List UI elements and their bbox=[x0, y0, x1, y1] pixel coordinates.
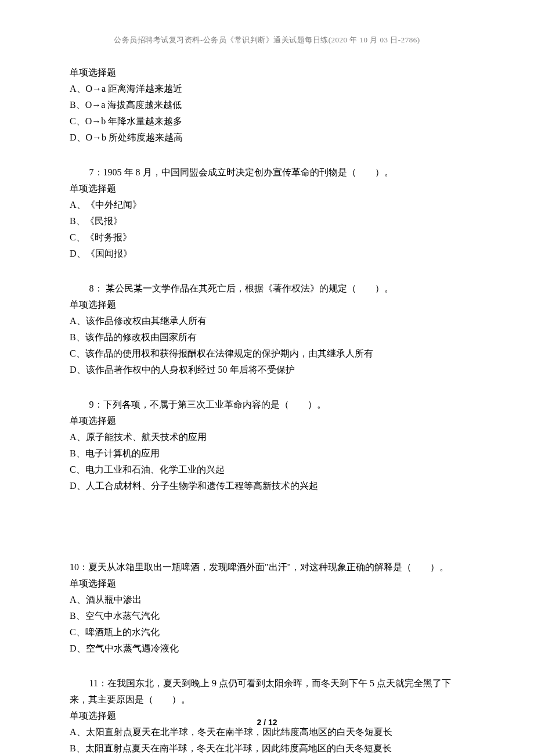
question-8: 8： 某公民某一文学作品在其死亡后，根据《著作权法》的规定（ ）。 单项选择题 … bbox=[70, 280, 464, 378]
option-d: D、O→b 所处纬度越来越高 bbox=[70, 129, 464, 146]
question-type: 单项选择题 bbox=[70, 413, 464, 429]
option-b: B、空气中水蒸气汽化 bbox=[70, 608, 464, 624]
option-b: B、电子计算机的应用 bbox=[70, 445, 464, 462]
option-b: B、该作品的修改权由国家所有 bbox=[70, 329, 464, 345]
question-text: 11：在我国东北，夏天到晚上 9 点仍可看到太阳余晖，而冬天到下午 5 点天就完… bbox=[70, 675, 464, 708]
option-c: C、电力工业和石油、化学工业的兴起 bbox=[70, 462, 464, 478]
option-b: B、太阳直射点夏天在南半球，冬天在北半球，因此纬度高地区的白天冬短夏长 bbox=[70, 740, 464, 756]
option-d: D、该作品著作权中的人身权利经过 50 年后将不受保护 bbox=[70, 362, 464, 378]
question-text: 10：夏天从冰箱里取出一瓶啤酒，发现啤酒外面"出汗"，对这种现象正确的解释是（ … bbox=[70, 559, 464, 575]
option-a: A、酒从瓶中渗出 bbox=[70, 592, 464, 608]
question-type: 单项选择题 bbox=[70, 575, 464, 592]
question-text: 9：下列各项，不属于第三次工业革命内容的是（ ）。 bbox=[70, 397, 464, 413]
question-text: 7：1905 年 8 月，中国同盟会成立时决定创办宣传革命的刊物是（ ）。 bbox=[70, 164, 464, 181]
option-c: C、啤酒瓶上的水汽化 bbox=[70, 624, 464, 640]
option-d: D、《国闻报》 bbox=[70, 246, 464, 262]
option-b: B、《民报》 bbox=[70, 213, 464, 229]
option-a: A、O→a 距离海洋越来越近 bbox=[70, 81, 464, 97]
option-d: D、空气中水蒸气遇冷液化 bbox=[70, 640, 464, 657]
question-7: 7：1905 年 8 月，中国同盟会成立时决定创办宣传革命的刊物是（ ）。 单项… bbox=[70, 164, 464, 262]
option-d: D、人工合成材料、分子生物学和遗传工程等高新技术的兴起 bbox=[70, 478, 464, 494]
question-9: 9：下列各项，不属于第三次工业革命内容的是（ ）。 单项选择题 A、原子能技术、… bbox=[70, 397, 464, 494]
question-text: 8： 某公民某一文学作品在其死亡后，根据《著作权法》的规定（ ）。 bbox=[70, 280, 464, 297]
option-b: B、O→a 海拔高度越来越低 bbox=[70, 97, 464, 113]
question-type: 单项选择题 bbox=[70, 297, 464, 313]
question-6-options: 单项选择题 A、O→a 距离海洋越来越近 B、O→a 海拔高度越来越低 C、O→… bbox=[70, 64, 464, 146]
option-c: C、《时务报》 bbox=[70, 229, 464, 246]
option-a: A、原子能技术、航天技术的应用 bbox=[70, 429, 464, 445]
page-header: 公务员招聘考试复习资料-公务员《常识判断》通关试题每日练(2020 年 10 月… bbox=[70, 34, 464, 47]
option-a: A、该作品修改权由其继承人所有 bbox=[70, 313, 464, 329]
page-footer: 2 / 12 bbox=[0, 715, 534, 730]
option-c: C、该作品的使用权和获得报酬权在法律规定的保护期内，由其继承人所有 bbox=[70, 345, 464, 362]
option-c: C、O→b 年降水量越来越多 bbox=[70, 113, 464, 129]
option-a: A、《中外纪闻》 bbox=[70, 197, 464, 213]
question-type: 单项选择题 bbox=[70, 64, 464, 81]
question-10: 10：夏天从冰箱里取出一瓶啤酒，发现啤酒外面"出汗"，对这种现象正确的解释是（ … bbox=[70, 559, 464, 657]
question-type: 单项选择题 bbox=[70, 181, 464, 197]
